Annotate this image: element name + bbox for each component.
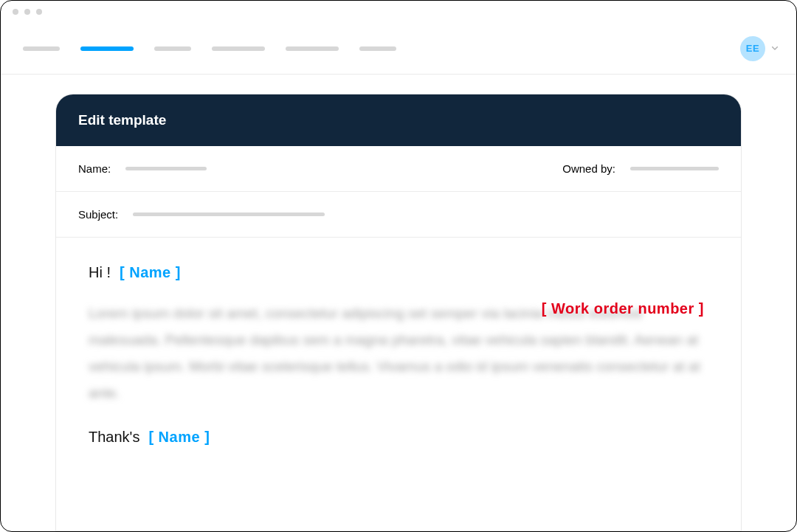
avatar[interactable]: EE [740,36,765,61]
window-chrome [1,1,796,23]
chevron-down-icon[interactable] [771,45,779,52]
card-title: Edit template [56,94,741,146]
header-bar: EE [1,23,796,75]
greeting-line: Hi ! [ Name ] [89,264,708,281]
content-area: Edit template Name: Owned by: Subject: [1,75,796,531]
name-owned-row: Name: Owned by: [56,146,741,192]
nav-tabs [23,46,396,51]
nav-tab[interactable] [286,46,339,51]
nav-tab[interactable] [212,46,265,51]
name-label: Name: [78,162,111,175]
name-field: Name: [78,162,207,175]
greeting-text: Hi ! [89,264,111,281]
owned-by-field: Owned by: [562,162,719,175]
window-dot [24,9,30,15]
name-merge-tag[interactable]: [ Name ] [120,264,181,281]
name-merge-tag[interactable]: [ Name ] [148,429,210,446]
owned-by-label: Owned by: [562,162,615,175]
subject-field: Subject: [78,208,325,221]
nav-tab-active[interactable] [80,46,134,51]
nav-tab[interactable] [154,46,191,51]
window-dot [36,9,42,15]
owned-by-input[interactable] [630,167,719,170]
window-dot [13,9,18,15]
browser-window: EE Edit template Name: Owned by: [0,0,797,532]
nav-tab[interactable] [23,46,60,51]
nav-tab[interactable] [359,46,396,51]
subject-label: Subject: [78,208,118,221]
subject-row: Subject: [56,192,741,238]
closing-line: Thank's [ Name ] [89,429,708,446]
closing-text: Thank's [89,429,139,446]
body-paragraph-wrap: Lorem ipsum dolor sit amet, consectetur … [89,300,708,407]
work-order-merge-tag[interactable]: [ Work order number ] [542,300,704,317]
template-body[interactable]: Hi ! [ Name ] Lorem ipsum dolor sit amet… [56,238,741,531]
name-input[interactable] [125,167,207,170]
subject-input[interactable] [133,213,325,216]
template-card: Edit template Name: Owned by: Subject: [55,94,742,531]
header-right: EE [740,36,779,61]
